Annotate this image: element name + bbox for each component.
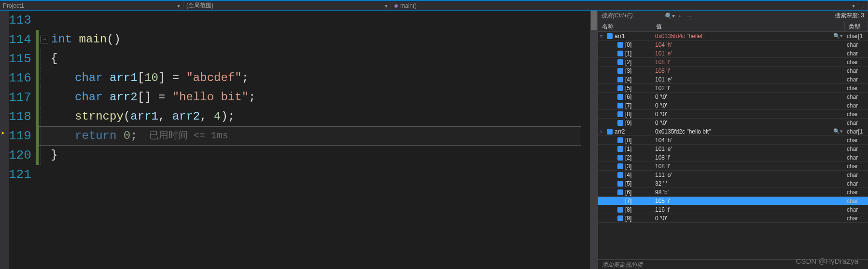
var-name: [6] [625,189,631,196]
watch-row[interactable]: [4]111 'o'char [598,171,868,179]
watch-rows: ▿arr10x0135fd4c "hellef"🔍▾char[1[0]104 '… [598,32,868,259]
variable-icon [617,42,623,48]
var-name: [2] [625,154,631,161]
watch-row[interactable]: [8]0 '\0'char [598,110,868,119]
expand-icon[interactable]: ▿ [600,129,605,134]
var-name: [4] [625,76,631,83]
watch-row[interactable]: [9]0 '\0'char [598,119,868,127]
var-value: 108 'l' [655,67,670,74]
watch-row[interactable]: [2]108 'l'char [598,153,868,162]
code-line[interactable]: char arr1[10] = "abcdef"; [41,68,590,88]
code-line[interactable] [41,165,590,184]
variable-icon [617,215,623,221]
code-line[interactable]: } [41,146,590,165]
var-value: 104 'h' [655,41,672,48]
watch-row[interactable]: [5]102 'f'char [598,84,868,93]
watch-toolbar: 搜索(Ctrl+E) 🔍▾ ← → 搜索深度: 3 [598,11,868,21]
fold-minus-icon[interactable]: − [41,36,48,43]
variable-icon [617,189,623,195]
variable-icon [617,207,623,213]
var-type: char [845,215,868,222]
line-no: 116 [9,68,30,88]
variable-icon [617,120,623,126]
var-value: 0 '\0' [655,94,667,100]
var-name: [5] [625,180,631,187]
var-value: 0x0135fd4c "hellef" [655,33,705,40]
vertical-scrollbar[interactable] [590,11,598,269]
watch-row[interactable]: ▿arr20x0135fd2c "hello bit"🔍▾char[1 [598,127,868,136]
var-value: 105 'i' [655,198,670,204]
watch-row[interactable]: [1]101 'e'char [598,145,868,153]
watch-row[interactable]: [7]0 '\0'char [598,101,868,110]
split-button[interactable]: ↕ [858,1,868,10]
variable-icon [617,51,623,56]
editor-panel: ➤ 113 114 115 116 117 118 119 120 121 −i… [0,11,598,269]
watch-row[interactable]: [1]101 'e'char [598,49,868,58]
var-value: 0 '\0' [655,111,667,118]
watch-row[interactable]: ▿arr10x0135fd4c "hellef"🔍▾char[1 [598,32,868,40]
var-type: char [845,102,868,109]
arrow-right-icon[interactable]: → [686,13,692,19]
search-input[interactable]: 搜索(Ctrl+E) 🔍▾ ← → [598,12,695,20]
search-icon[interactable]: 🔍▾ [664,13,674,19]
watch-panel: 搜索(Ctrl+E) 🔍▾ ← → 搜索深度: 3 名称 值 类型 ▿arr10… [598,11,868,269]
context-dropdown[interactable]: ◈ main() ▾ [391,1,858,10]
var-type: char [845,41,868,48]
variable-icon [607,33,613,39]
var-name: [5] [625,85,631,92]
col-value-header[interactable]: 值 [652,21,845,31]
code-line[interactable] [41,11,590,30]
watch-row[interactable]: [3]108 'l'char [598,67,868,75]
col-name-header[interactable]: 名称 [598,21,652,31]
watch-row[interactable]: [2]108 'l'char [598,58,868,67]
watch-row[interactable]: [0]104 'h'char [598,40,868,49]
project-dropdown[interactable]: Project1 ▾ [0,1,183,10]
code-line[interactable]: −int main() [41,30,590,49]
watch-row[interactable]: [8]116 't'char [598,205,868,214]
line-no: 117 [9,88,30,107]
add-watch-prompt[interactable]: 添加要监视的项 [598,259,868,269]
visualizer-icon[interactable]: 🔍▾ [833,128,843,134]
var-type: char [845,163,868,170]
watch-row[interactable]: [0]104 'h'char [598,136,868,145]
watch-row[interactable]: [6]0 '\0'char [598,93,868,101]
watch-row[interactable]: [5]32 ' 'char [598,179,868,188]
breakpoint-gutter[interactable]: ➤ [0,11,9,269]
expand-icon[interactable]: ▿ [600,33,605,39]
var-name: [3] [625,163,631,170]
code-line[interactable]: return 0;已用时间 <= 1ms [41,126,590,146]
variable-icon [617,198,623,204]
var-value: 102 'f' [655,85,670,92]
col-type-header[interactable]: 类型 [845,21,868,31]
watch-row[interactable]: [4]101 'e'char [598,75,868,84]
var-type: char [845,146,868,152]
code-line[interactable]: char arr2[] = "hello bit"; [41,88,590,107]
var-name: [3] [625,67,631,74]
line-no: 113 [9,11,30,30]
watch-row[interactable]: [3]108 'l'char [598,162,868,171]
watch-row[interactable]: [7]105 'i'char [598,197,868,205]
var-type: char [845,198,868,204]
line-no: 120 [9,146,30,165]
elapsed-time-hint: 已用时间 <= 1ms [149,126,228,146]
var-value: 0 '\0' [655,120,667,126]
depth-value[interactable]: 3 [861,12,864,19]
scroll-thumb[interactable] [591,11,597,30]
var-name: arr1 [615,33,625,40]
var-name: [2] [625,59,631,66]
code-editor[interactable]: −int main() { char arr1[10] = "abcdef"; … [39,11,590,269]
var-value: 108 'l' [655,154,670,161]
variable-icon [617,163,623,169]
var-value: 104 'h' [655,137,672,144]
watch-row[interactable]: [6]98 'b'char [598,188,868,197]
var-type: char [845,137,868,144]
code-line[interactable]: strncpy(arr1, arr2, 4); [41,107,590,126]
watch-row[interactable]: [9]0 '\0'char [598,214,868,223]
scope-dropdown[interactable]: (全局范围) ▾ [183,1,391,10]
visualizer-icon[interactable]: 🔍▾ [833,33,843,39]
variable-icon [617,155,623,161]
var-name: arr2 [615,128,625,135]
arrow-left-icon[interactable]: ← [677,13,683,19]
code-line[interactable]: { [41,49,590,68]
var-value: 98 'b' [655,189,669,196]
